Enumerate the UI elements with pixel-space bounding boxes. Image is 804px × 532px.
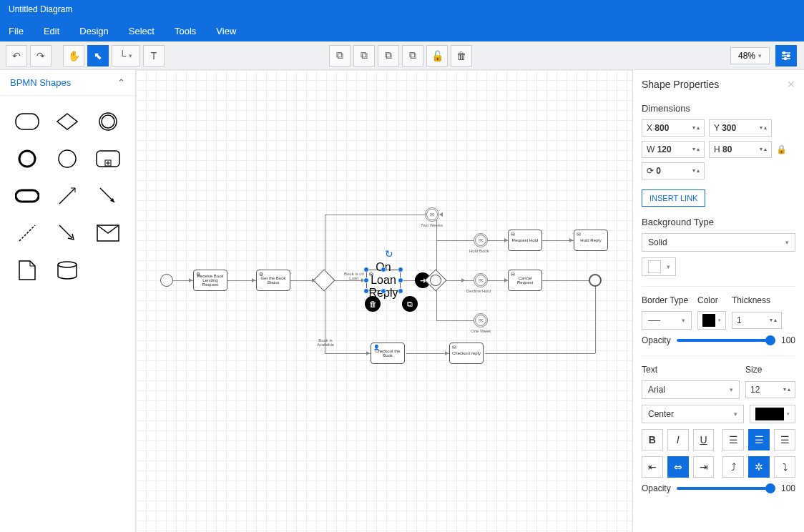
font-size-input[interactable]: 12▾ ▴ xyxy=(745,381,795,398)
gateway-1[interactable] xyxy=(313,269,335,291)
task-get-status[interactable]: ⚙Get the Book Status xyxy=(256,270,290,291)
toolbar: ↶ ↷ ✋ ⬉ └ ▾ T ⧉ ⧉ ⧉ ⧉ 🔓 🗑 48% ▾ xyxy=(0,41,804,70)
halign-center-button[interactable]: ⇔ xyxy=(667,456,689,478)
menu-view[interactable]: View xyxy=(216,26,236,36)
shape-subprocess[interactable] xyxy=(94,146,122,172)
text-opacity-value: 100 xyxy=(781,483,795,493)
selected-node[interactable]: ✉On Loan Reply ↻ xyxy=(366,270,401,291)
svg-point-11 xyxy=(59,150,76,167)
menu-file[interactable]: File xyxy=(9,26,24,36)
delete-button[interactable]: 🗑 xyxy=(451,45,472,66)
text-label: Text xyxy=(642,365,740,375)
valign-middle-button[interactable]: ✲ xyxy=(748,456,770,478)
shape-datastore[interactable] xyxy=(53,257,82,283)
y-input[interactable]: Y 300▾ ▴ xyxy=(709,119,772,137)
halign-right-button[interactable]: ⇥ xyxy=(693,456,715,478)
menu-select[interactable]: Select xyxy=(129,26,155,36)
label-hold-book: Hold Book xyxy=(469,249,489,253)
shape-diamond[interactable] xyxy=(53,109,82,134)
group-button[interactable]: ⧉ xyxy=(402,45,423,66)
title-bar: Untitled Diagram xyxy=(0,0,804,20)
close-panel-icon[interactable]: ✕ xyxy=(787,79,795,90)
valign-top-button[interactable]: ⤴ xyxy=(722,456,744,478)
menu-edit[interactable]: Edit xyxy=(44,26,59,36)
task-request-hold[interactable]: ✉Request Hold xyxy=(508,230,542,251)
cut-button[interactable]: ⧉ xyxy=(378,45,399,66)
task-checkout-book[interactable]: 👤Checkout the Book xyxy=(371,343,405,364)
shape-line[interactable] xyxy=(53,183,82,209)
event-decline-hold[interactable]: ✉ xyxy=(474,273,488,287)
italic-button[interactable]: I xyxy=(667,429,689,450)
connector-tool[interactable]: └ ▾ xyxy=(112,45,140,66)
task-cancel-request[interactable]: ✉Cancel Request xyxy=(508,270,542,291)
text-tool[interactable]: T xyxy=(143,45,165,66)
shape-rounded-rect[interactable] xyxy=(13,109,41,134)
shape-message[interactable] xyxy=(94,220,122,246)
collapse-icon[interactable]: ⌃ xyxy=(117,77,125,88)
text-opacity-slider[interactable] xyxy=(677,487,775,490)
w-input[interactable]: W 120▾ ▴ xyxy=(642,141,705,158)
rotation-input[interactable]: ⟳ 0▾ ▴ xyxy=(642,162,705,179)
shape-arrow[interactable] xyxy=(94,183,122,209)
shape-dashed-line[interactable] xyxy=(13,220,41,246)
start-event[interactable] xyxy=(160,274,173,287)
font-select[interactable]: Arial▾ xyxy=(642,380,740,399)
shape-circle[interactable] xyxy=(53,146,82,172)
insert-link-button[interactable]: INSERT LINK xyxy=(642,189,705,207)
shape-open-arrow[interactable] xyxy=(53,220,82,246)
border-color-picker[interactable]: ▾ xyxy=(697,311,726,330)
shape-double-circle[interactable] xyxy=(94,109,122,134)
menu-design[interactable]: Design xyxy=(79,26,108,36)
event-two-weeks[interactable]: ✉ xyxy=(425,207,439,222)
pan-tool[interactable]: ✋ xyxy=(63,45,84,66)
svg-line-23 xyxy=(59,225,72,238)
border-label: Border Type xyxy=(642,295,692,305)
task-hold-reply[interactable]: ✉Hold Reply xyxy=(574,230,608,251)
shape-page[interactable] xyxy=(13,257,41,283)
end-event[interactable] xyxy=(589,274,602,287)
paste-button[interactable]: ⧉ xyxy=(353,45,375,66)
thickness-input[interactable]: 1▾ ▴ xyxy=(732,312,782,329)
task-checkout-reply[interactable]: ✉Checkout reply xyxy=(449,343,484,364)
task-receive[interactable]: ⚙Receive Book Lending Request xyxy=(193,270,227,291)
menu-tools[interactable]: Tools xyxy=(175,26,196,36)
align-right-button[interactable]: ☰ xyxy=(774,429,795,450)
border-type-select[interactable]: ──▾ xyxy=(642,311,692,330)
select-tool[interactable]: ⬉ xyxy=(87,45,109,66)
gateway-2[interactable] xyxy=(428,272,443,288)
properties-panel: Shape Properties ✕ Dimensions X 800▾ ▴ Y… xyxy=(632,70,804,532)
zoom-control[interactable]: 48% ▾ xyxy=(730,47,770,64)
settings-button[interactable] xyxy=(775,45,797,66)
underline-button[interactable]: U xyxy=(693,429,715,450)
shape-thick-circle[interactable] xyxy=(13,146,41,172)
copy-button[interactable]: ⧉ xyxy=(329,45,350,66)
rotate-handle-icon[interactable]: ↻ xyxy=(385,248,393,260)
h-input[interactable]: H 80▾ ▴ xyxy=(709,141,772,158)
svg-marker-7 xyxy=(57,114,77,129)
text-color-picker[interactable]: ▾ xyxy=(750,405,795,423)
valign-bottom-button[interactable]: ⤵ xyxy=(774,456,795,478)
lock-button[interactable]: 🔓 xyxy=(426,45,448,66)
delete-node-button[interactable]: 🗑 xyxy=(365,296,381,312)
align-left-button[interactable]: ☰ xyxy=(722,429,744,450)
svg-marker-25 xyxy=(19,261,35,280)
zoom-value: 48% xyxy=(738,51,755,61)
halign-left-button[interactable]: ⇤ xyxy=(642,456,663,478)
bold-button[interactable]: B xyxy=(642,429,663,450)
bg-color-picker[interactable]: ▾ xyxy=(642,257,676,276)
x-input[interactable]: X 800▾ ▴ xyxy=(642,119,705,137)
event-hold-book[interactable]: ✉ xyxy=(474,233,488,247)
text-align-select[interactable]: Center▾ xyxy=(642,405,744,423)
duplicate-node-button[interactable]: ⧉ xyxy=(402,296,418,312)
bg-type-select[interactable]: Solid▾ xyxy=(642,233,795,252)
shapes-panel: BPMN Shapes ⌃ xyxy=(0,70,136,532)
shape-stadium[interactable] xyxy=(13,183,41,209)
canvas[interactable]: ⚙Receive Book Lending Request ⚙Get the B… xyxy=(136,70,632,532)
align-center-button[interactable]: ☰ xyxy=(748,429,770,450)
opacity-value: 100 xyxy=(781,335,795,345)
redo-button[interactable]: ↷ xyxy=(30,45,52,66)
opacity-slider[interactable] xyxy=(677,339,775,342)
undo-button[interactable]: ↶ xyxy=(6,45,27,66)
event-one-week[interactable]: ✉ xyxy=(474,313,488,327)
lock-aspect-icon[interactable]: 🔒 xyxy=(776,144,787,154)
